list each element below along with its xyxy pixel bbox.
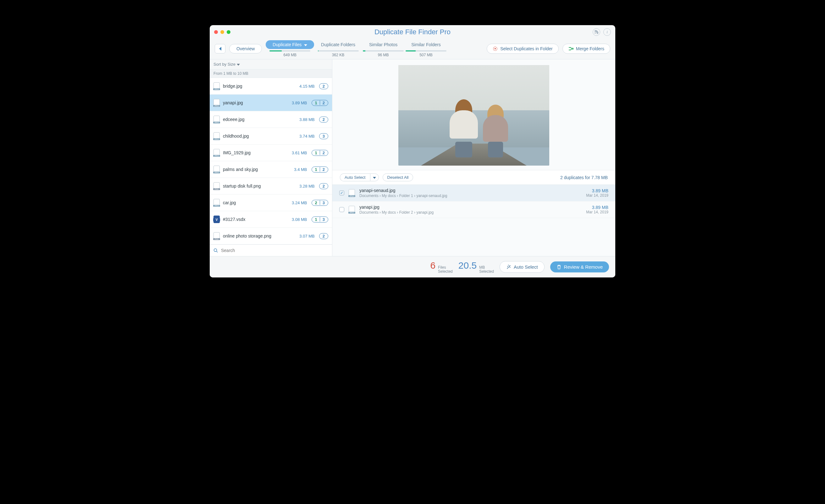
file-row[interactable]: palms and sky.jpg 3.4 MB 12 (210, 161, 332, 178)
file-size: 4.15 MB (299, 84, 314, 89)
svg-point-2 (214, 249, 217, 252)
titlebar: Duplicate File Finder Pro i (210, 25, 615, 37)
tab-duplicate-files[interactable]: Duplicate Files (266, 40, 314, 49)
duplicate-name: yanapi.jpg (359, 204, 582, 209)
file-size: 3.89 MB (292, 100, 307, 105)
toolbar: Overview Duplicate Files 649 MB Duplicat… (210, 37, 615, 59)
file-size: 3.07 MB (299, 234, 314, 239)
checkbox[interactable]: ✓ (339, 190, 344, 195)
file-icon (214, 232, 220, 240)
size-selected-stat: 20.5 MB Selected (458, 260, 494, 274)
file-icon (214, 99, 220, 106)
tab-similar-photos[interactable]: Similar Photos (362, 40, 404, 49)
file-icon (349, 189, 355, 197)
select-duplicates-in-folder-button[interactable]: Select Duplicates in Folder (487, 44, 559, 54)
file-row[interactable]: car.jpg 3.24 MB 23 (210, 194, 332, 211)
file-row[interactable]: yanapi.jpg 3.89 MB 12 (210, 95, 332, 111)
review-remove-button[interactable]: Review & Remove (550, 261, 609, 272)
size-group-header: From 1 MB to 10 MB (210, 69, 332, 78)
file-icon (214, 116, 220, 123)
overview-button[interactable]: Overview (229, 44, 262, 54)
duplicate-size: 3.89 MB (586, 188, 608, 193)
file-name: startup disk full.png (223, 183, 296, 188)
tab-size: 96 MB (378, 53, 389, 57)
file-size: 3.74 MB (299, 134, 314, 139)
target-icon (493, 46, 498, 51)
file-icon (214, 182, 220, 190)
file-row[interactable]: startup disk full.png 3.28 MB 2 (210, 178, 332, 194)
tab-size: 362 KB (332, 53, 344, 57)
duplicate-path: Documents › My docs › Folder 1 › yanapi-… (359, 193, 582, 198)
search-row (210, 244, 332, 256)
app-title: Duplicate File Finder Pro (210, 28, 615, 36)
duplicate-toolbar: Auto Select Deselect All 2 duplicates fo… (332, 170, 615, 185)
tab-size: 649 MB (284, 53, 297, 57)
wand-icon (506, 265, 511, 270)
file-icon (214, 149, 220, 157)
preview-image (398, 65, 549, 166)
file-icon (349, 206, 355, 214)
auto-select-button[interactable]: Auto Select (340, 173, 370, 181)
preview-area (332, 59, 615, 170)
duplicate-date: Mar 14, 2019 (586, 193, 608, 198)
app-window: Duplicate File Finder Pro i Overview Dup… (210, 25, 615, 277)
auto-select-split-button: Auto Select (340, 173, 379, 181)
file-row[interactable]: childhood.jpg 3.74 MB 3 (210, 128, 332, 145)
duplicate-list: ✓ yanapi-senaud.jpg Documents › My docs … (332, 185, 615, 218)
trash-icon (556, 265, 561, 270)
file-size: 3.08 MB (292, 217, 307, 222)
footer: 6 Files Selected 20.5 MB Selected Auto S… (210, 256, 615, 277)
duplicate-path: Documents › My docs › Folder 2 › yanapi.… (359, 210, 582, 215)
file-name: palms and sky.jpg (223, 167, 291, 172)
checkbox[interactable] (339, 207, 344, 212)
svg-point-1 (495, 48, 496, 49)
file-list[interactable]: bridge.jpg 4.15 MB 2 yanapi.jpg 3.89 MB … (210, 78, 332, 244)
file-icon (214, 216, 220, 223)
file-row[interactable]: bridge.jpg 4.15 MB 2 (210, 78, 332, 95)
file-icon (214, 199, 220, 206)
file-row[interactable]: #3127.vsdx 3.08 MB 13 (210, 211, 332, 228)
file-name: yanapi.jpg (223, 100, 289, 105)
back-button[interactable] (215, 44, 225, 54)
duplicate-date: Mar 14, 2019 (586, 210, 608, 214)
sort-dropdown[interactable]: Sort by Size (210, 59, 332, 69)
file-size: 3.4 MB (294, 167, 307, 172)
tab-size: 507 MB (420, 53, 432, 57)
file-icon (214, 166, 220, 173)
search-input[interactable] (221, 248, 328, 253)
file-name: bridge.jpg (223, 84, 296, 89)
duplicate-size: 3.89 MB (586, 205, 608, 210)
svg-line-3 (217, 251, 218, 252)
duplicate-row[interactable]: ✓ yanapi-senaud.jpg Documents › My docs … (332, 185, 615, 201)
search-icon (214, 248, 218, 253)
file-name: #3127.vsdx (223, 217, 289, 222)
file-row[interactable]: online photo storage.png 3.07 MB 2 (210, 228, 332, 244)
merge-folders-button[interactable]: Merge Folders (562, 44, 610, 54)
file-icon (214, 82, 220, 90)
file-name: car.jpg (223, 200, 289, 205)
file-row[interactable]: edceee.jpg 3.88 MB 2 (210, 111, 332, 128)
category-tabs: Duplicate Files 649 MB Duplicate Folders… (266, 40, 447, 57)
file-row[interactable]: IMG_1929.jpg 3.61 MB 12 (210, 145, 332, 161)
file-size: 3.28 MB (299, 184, 314, 188)
footer-auto-select-button[interactable]: Auto Select (500, 261, 544, 273)
sidebar: Sort by Size From 1 MB to 10 MB bridge.j… (210, 59, 332, 256)
file-name: childhood.jpg (223, 134, 296, 139)
merge-icon (569, 46, 574, 51)
file-size: 3.88 MB (299, 117, 314, 122)
file-icon (214, 132, 220, 140)
deselect-all-button[interactable]: Deselect All (383, 173, 414, 181)
auto-select-menu-button[interactable] (370, 173, 379, 181)
file-size: 3.61 MB (292, 151, 307, 155)
duplicate-summary: 2 duplicates for 7.78 MB (560, 175, 608, 180)
files-selected-stat: 6 Files Selected (430, 260, 452, 274)
tab-duplicate-folders[interactable]: Duplicate Folders (314, 40, 362, 49)
detail-pane: Auto Select Deselect All 2 duplicates fo… (332, 59, 615, 256)
file-name: online photo storage.png (223, 234, 296, 239)
file-name: IMG_1929.jpg (223, 150, 289, 155)
file-size: 3.24 MB (292, 200, 307, 205)
file-name: edceee.jpg (223, 117, 296, 122)
duplicate-row[interactable]: yanapi.jpg Documents › My docs › Folder … (332, 201, 615, 218)
tab-similar-folders[interactable]: Similar Folders (404, 40, 447, 49)
duplicate-name: yanapi-senaud.jpg (359, 188, 582, 193)
